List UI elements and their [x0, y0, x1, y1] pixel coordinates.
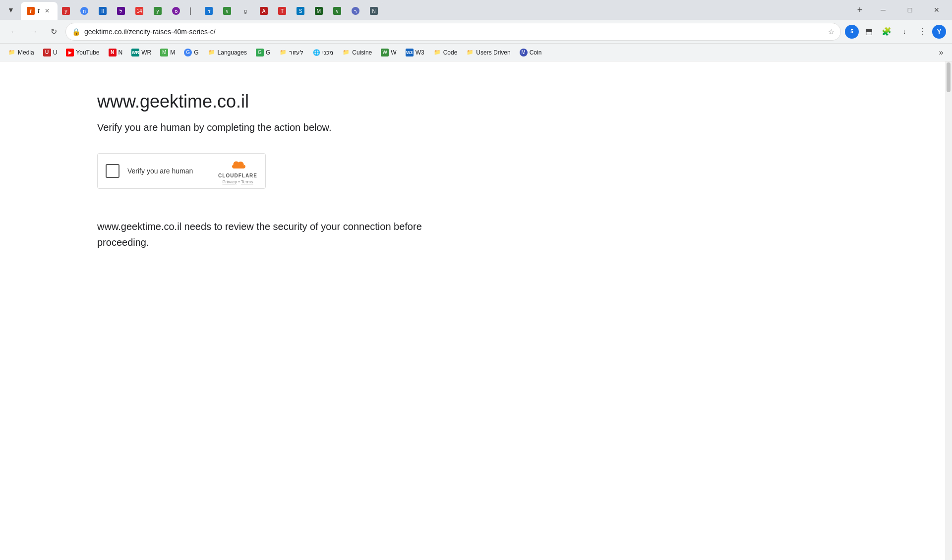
tabs-container: ז ז ✕ y n ll ל 14 y ס | ד [21, 0, 852, 20]
star-icon[interactable]: ☆ [828, 28, 834, 36]
cloudflare-terms-link[interactable]: Terms [241, 179, 253, 184]
page-content: www.geektime.co.il Verify you are human … [97, 91, 422, 560]
tab-pipe-icon: | [189, 6, 191, 15]
tab-s3[interactable]: S [293, 2, 310, 20]
tab-14[interactable]: 14 [131, 2, 149, 20]
cloudflare-links: Privacy • Terms [223, 179, 253, 184]
extension-badge[interactable]: 5 [845, 25, 859, 39]
tab-close-button[interactable]: ✕ [43, 6, 52, 15]
tab-n[interactable]: n [76, 2, 94, 20]
tab-dropdown-button[interactable]: ▼ [4, 3, 18, 17]
bookmark-n[interactable]: N N [105, 47, 127, 58]
tab-favicon-s2: ס [172, 7, 180, 15]
tab-favicon-n2: N [370, 7, 378, 15]
bookmark-g[interactable]: G G [180, 47, 202, 58]
tab-favicon-v2: v [333, 7, 341, 15]
bookmark-u[interactable]: U U [39, 47, 61, 58]
forward-button[interactable]: → [26, 24, 42, 40]
bookmark-g2[interactable]: G G [252, 47, 274, 58]
bookmark-cuisine[interactable]: 📁 Cuisine [338, 47, 376, 58]
bookmark-w-icon: W [381, 49, 389, 56]
bookmark-media[interactable]: 📁 Media [4, 47, 38, 58]
navigation-bar: ← → ↻ 🔒 ☆ 5 ⬒ 🧩 ↓ ⋮ Y [0, 20, 952, 44]
tab-t2[interactable]: T [274, 2, 292, 20]
minimize-button[interactable]: ─ [872, 2, 894, 18]
bookmark-g2-label: G [266, 49, 270, 56]
bookmark-cuisine-label: Cuisine [352, 49, 372, 56]
new-tab-button[interactable]: + [853, 3, 867, 17]
bookmark-u-icon: U [43, 49, 51, 56]
tab-s2[interactable]: ס [168, 2, 186, 20]
tab-y[interactable]: y [58, 2, 76, 20]
bookmark-wr-icon: WR [131, 49, 139, 56]
bookmark-n-label: N [119, 49, 123, 56]
menu-button[interactable]: ⋮ [914, 24, 930, 40]
bookmark-youtube-label: YouTube [76, 49, 99, 56]
cloudflare-privacy-link[interactable]: Privacy [223, 179, 238, 184]
bookmark-u-label: U [53, 49, 58, 56]
bookmark-mechani-label: מכני [322, 49, 333, 56]
scrollbar-thumb[interactable] [947, 62, 951, 92]
bookmark-g-label: G [194, 49, 198, 56]
downloads-button[interactable]: ↓ [896, 24, 912, 40]
page-description-line1: www.geektime.co.il needs to review the s… [97, 221, 422, 232]
maximize-button[interactable]: □ [898, 2, 921, 18]
bookmark-mechani-icon: 🌐 [312, 49, 320, 56]
tab-title: ז [38, 7, 40, 14]
bookmarks-more-button[interactable]: » [934, 46, 948, 59]
scrollbar[interactable] [945, 61, 952, 560]
bookmark-lazor-label: לעזור [289, 49, 303, 56]
extensions-button[interactable]: 🧩 [879, 24, 894, 40]
url-input[interactable] [84, 28, 824, 36]
tab-favicon-yv: y [154, 7, 162, 15]
bookmark-w3-icon: W3 [406, 49, 414, 56]
bookmark-m-icon: M [160, 49, 168, 56]
tab-favicon-d: ד [205, 7, 213, 15]
page-subtitle: Verify you are human by completing the a… [97, 122, 422, 133]
tab-yv[interactable]: y [150, 2, 168, 20]
tab-favicon: ז [27, 7, 35, 15]
active-tab[interactable]: ז ז ✕ [21, 2, 58, 20]
tab-coin2[interactable]: ר [348, 2, 365, 20]
bookmark-languages-icon: 📁 [208, 49, 216, 56]
bookmark-languages[interactable]: 📁 Languages [204, 47, 251, 58]
bookmark-media-label: Media [18, 49, 34, 56]
tab-d[interactable]: ד [201, 2, 219, 20]
tab-a[interactable]: A [256, 2, 274, 20]
bookmark-wr[interactable]: WR WR [127, 47, 155, 58]
address-bar[interactable]: 🔒 ☆ [65, 23, 841, 41]
tab-g2[interactable]: g [238, 2, 255, 20]
tab-bar2[interactable]: ל [113, 2, 131, 20]
bookmark-youtube-icon: ▶ [66, 49, 74, 56]
back-button[interactable]: ← [6, 24, 22, 40]
bookmark-w3[interactable]: W3 W3 [402, 47, 428, 58]
cloudflare-widget: Verify you are human CLOUDFLARE Privacy … [97, 153, 266, 189]
tab-n2[interactable]: N [366, 2, 384, 20]
cloudflare-brand-text: CLOUDFLARE [218, 173, 257, 178]
tab-mt[interactable]: M [311, 2, 329, 20]
bookmark-users-driven-icon: 📁 [466, 49, 474, 56]
tab-pipe[interactable]: | [186, 2, 200, 20]
close-button[interactable]: ✕ [925, 2, 948, 18]
tab-bar-left: ▼ [4, 3, 18, 17]
bookmark-w[interactable]: W W [377, 47, 400, 58]
bookmark-lazor[interactable]: 📁 לעזור [275, 47, 307, 58]
profile-button[interactable]: Y [932, 25, 946, 39]
bookmark-mechani[interactable]: 🌐 מכני [308, 47, 337, 58]
cloudflare-dot: • [238, 179, 240, 184]
tab-v[interactable]: v [219, 2, 237, 20]
reload-button[interactable]: ↻ [46, 24, 61, 40]
cloudflare-verify-text: Verify you are human [127, 167, 210, 175]
bookmark-w3-label: W3 [416, 49, 424, 56]
bookmark-youtube[interactable]: ▶ YouTube [62, 47, 103, 58]
cloudflare-checkbox[interactable] [106, 164, 119, 178]
bookmark-m[interactable]: M M [156, 47, 179, 58]
chrome-cast-button[interactable]: ⬒ [861, 24, 877, 40]
bookmark-code[interactable]: 📁 Code [429, 47, 462, 58]
bookmark-coin[interactable]: M Coin [516, 47, 546, 58]
tab-ll[interactable]: ll [95, 2, 113, 20]
tab-favicon-mt: M [315, 7, 323, 15]
tab-v2[interactable]: v [329, 2, 347, 20]
bookmark-users-driven[interactable]: 📁 Users Driven [462, 47, 514, 58]
bookmark-w-label: W [391, 49, 396, 56]
